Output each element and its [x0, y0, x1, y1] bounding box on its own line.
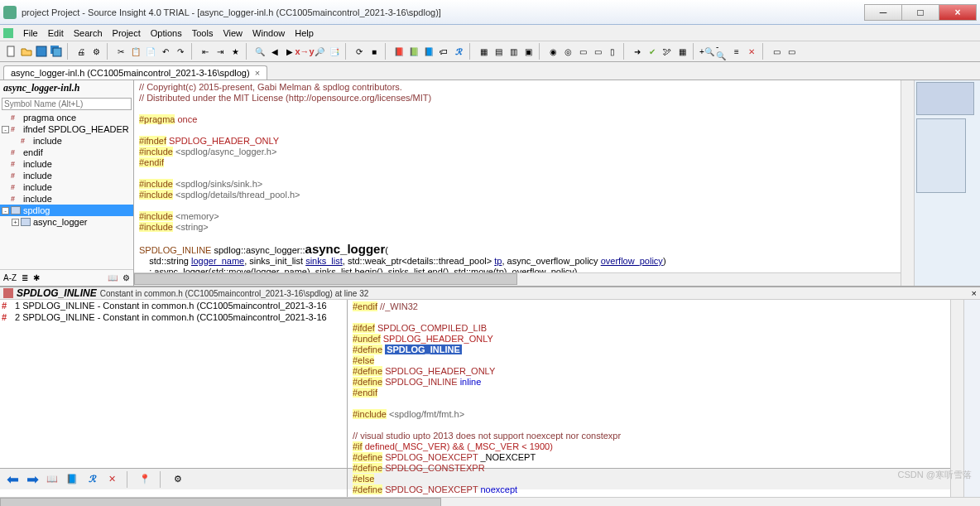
symbol-tree-item[interactable]: #include: [0, 158, 133, 170]
symbol-tree-item[interactable]: +async_logger: [0, 216, 133, 228]
main-toolbar: 🖨 ⚙ ✂ 📋 📄 ↶ ↷ ⇤ ⇥ ★ 🔍 ◀ ▶ x→y 🔎 📑 ⟳ ■ 📕 …: [0, 41, 980, 62]
nav5-icon[interactable]: ▯: [606, 45, 619, 58]
tab-close-icon[interactable]: ×: [255, 68, 260, 78]
save-icon[interactable]: [35, 45, 48, 58]
tool-icon[interactable]: ⚙: [89, 45, 103, 58]
symbol-tree-item[interactable]: #include: [0, 193, 133, 205]
new-icon[interactable]: [5, 45, 18, 58]
view-list-icon[interactable]: ≣: [22, 273, 28, 282]
symbol-tree-item[interactable]: #include: [0, 135, 133, 147]
refresh-icon[interactable]: ⟳: [353, 45, 366, 58]
find-prev-icon[interactable]: ◀: [268, 45, 281, 58]
menu-help[interactable]: Help: [290, 27, 319, 40]
symbol-tree-item[interactable]: #include: [0, 170, 133, 181]
book2-icon[interactable]: 📗: [407, 45, 420, 58]
nav-back-icon[interactable]: ⬅: [5, 472, 20, 487]
gear-small-icon[interactable]: ⚙: [122, 273, 130, 282]
nav-forward-icon[interactable]: ➡: [25, 472, 40, 487]
code-editor[interactable]: // Copyright(c) 2015-present, Gabi Melma…: [134, 80, 901, 272]
book-icon[interactable]: 📕: [392, 45, 406, 58]
nav1-icon[interactable]: ◉: [546, 45, 560, 58]
marker-icon[interactable]: 📍: [137, 472, 152, 487]
close-button[interactable]: ×: [939, 4, 977, 21]
view-tree-icon[interactable]: ✱: [33, 273, 40, 282]
window-title: project Project - Source Insight 4.0 TRI…: [22, 7, 865, 17]
bookmark-icon[interactable]: ★: [228, 45, 242, 58]
ref-close-icon[interactable]: ×: [972, 288, 977, 298]
layout4-icon[interactable]: ▣: [521, 45, 535, 58]
search-files-icon[interactable]: 🔎: [313, 45, 326, 58]
layout2-icon[interactable]: ▤: [492, 45, 505, 58]
book3-icon[interactable]: 📘: [422, 45, 435, 58]
menu-window[interactable]: Window: [247, 27, 290, 40]
zoom-out-icon[interactable]: -🔍: [715, 45, 728, 58]
paste-icon[interactable]: 📄: [144, 45, 157, 58]
symbol-tree-item[interactable]: #include: [0, 181, 133, 193]
book2-bottom-icon[interactable]: 📘: [65, 472, 79, 487]
x-icon[interactable]: ✕: [745, 45, 758, 58]
book-small-icon[interactable]: 📖: [108, 273, 118, 282]
menu-search[interactable]: Search: [69, 27, 108, 40]
zoom-in-icon[interactable]: +🔍: [700, 45, 713, 58]
symbol-tree[interactable]: #pragma once-#ifndef SPDLOG_HEADER#inclu…: [0, 112, 133, 269]
layout3-icon[interactable]: ▥: [507, 45, 520, 58]
reference-list-item[interactable]: #2 SPDLOG_INLINE - Constant in common.h …: [0, 311, 347, 323]
document-tab[interactable]: async_logger-inl.h (CC1005maincontrol_20…: [3, 65, 267, 80]
undo-icon[interactable]: ↶: [159, 45, 172, 58]
reference-list-item[interactable]: #1 SPDLOG_INLINE - Constant in common.h …: [0, 300, 347, 311]
ref-horizontal-scrollbar[interactable]: [0, 497, 980, 506]
grid-icon[interactable]: ▦: [675, 45, 689, 58]
code-minimap[interactable]: [914, 80, 980, 286]
copy-icon[interactable]: 📋: [129, 45, 142, 58]
tag-icon[interactable]: 🏷: [437, 45, 450, 58]
menu-tools[interactable]: Tools: [187, 27, 219, 40]
check-icon[interactable]: ✔: [646, 45, 659, 58]
nav4-icon[interactable]: ▭: [591, 45, 604, 58]
reference-code[interactable]: #endif //_WIN32 #ifdef SPDLOG_COMPILED_L…: [348, 300, 950, 497]
list-icon[interactable]: ≡: [730, 45, 743, 58]
x-bottom-icon[interactable]: ✕: [104, 472, 119, 487]
goto-icon[interactable]: ➜: [631, 45, 644, 58]
menu-edit[interactable]: Edit: [43, 27, 69, 40]
maximize-button[interactable]: □: [901, 4, 939, 21]
symbol-tree-item[interactable]: -spdlog: [0, 205, 133, 216]
indent-left-icon[interactable]: ⇤: [199, 45, 212, 58]
symbol-panel-toolbar: A-Z ≣ ✱ 📖 ⚙: [0, 269, 133, 286]
find-icon[interactable]: 🔍: [253, 45, 267, 58]
gear-bottom-icon[interactable]: ⚙: [171, 472, 185, 487]
menu-view[interactable]: View: [218, 27, 247, 40]
stop-icon[interactable]: ■: [368, 45, 381, 58]
open-icon[interactable]: [20, 45, 33, 58]
vertical-scrollbar[interactable]: [901, 80, 914, 286]
save-all-icon[interactable]: [50, 45, 63, 58]
win1-icon[interactable]: ▭: [770, 45, 783, 58]
redo-icon[interactable]: ↷: [174, 45, 187, 58]
replace-icon[interactable]: x→y: [298, 45, 311, 58]
cut-icon[interactable]: ✂: [114, 45, 127, 58]
nav3-icon[interactable]: ▭: [576, 45, 589, 58]
reference-list[interactable]: #1 SPDLOG_INLINE - Constant in common.h …: [0, 300, 348, 497]
symbol-tree-item[interactable]: -#ifndef SPDLOG_HEADER: [0, 123, 133, 135]
menu-project[interactable]: Project: [108, 27, 146, 40]
symbol-tree-item[interactable]: #endif: [0, 147, 133, 158]
win2-icon[interactable]: ▭: [785, 45, 798, 58]
layout1-icon[interactable]: ▦: [477, 45, 490, 58]
relation-bottom-icon[interactable]: ℛ: [84, 472, 99, 487]
ref-icon: [3, 288, 13, 298]
menu-options[interactable]: Options: [146, 27, 187, 40]
sort-az-button[interactable]: A-Z: [3, 273, 17, 282]
horizontal-scrollbar[interactable]: [134, 272, 901, 286]
ref-minimap[interactable]: [963, 300, 980, 497]
symbol-filter-input[interactable]: [2, 98, 132, 110]
relation-icon[interactable]: ℛ: [452, 45, 465, 58]
menu-file[interactable]: File: [18, 27, 43, 40]
bird-icon[interactable]: 🕊: [661, 45, 674, 58]
browse-icon[interactable]: 📑: [328, 45, 341, 58]
ref-vertical-scrollbar[interactable]: [950, 300, 963, 497]
book-bottom-icon[interactable]: 📖: [45, 472, 60, 487]
minimize-button[interactable]: ─: [864, 4, 902, 21]
print-icon[interactable]: 🖨: [74, 45, 88, 58]
indent-right-icon[interactable]: ⇥: [214, 45, 227, 58]
nav2-icon[interactable]: ◎: [561, 45, 574, 58]
symbol-tree-item[interactable]: #pragma once: [0, 112, 133, 123]
